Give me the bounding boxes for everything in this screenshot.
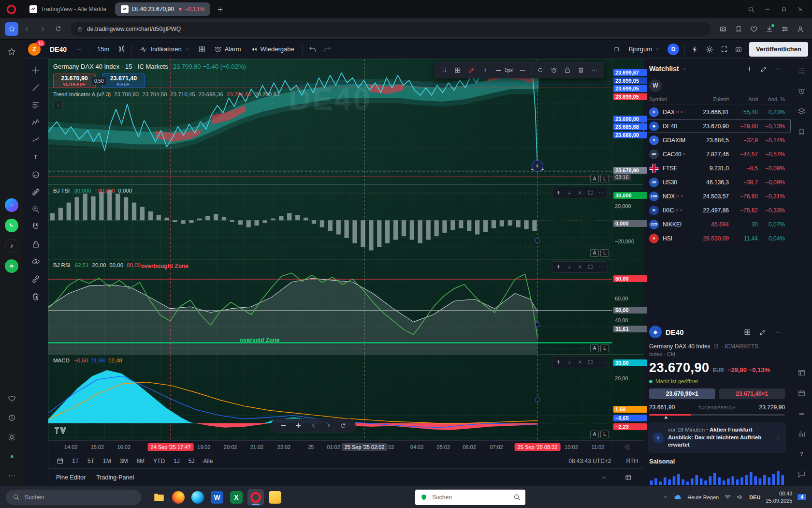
- drag-handle-icon[interactable]: [438, 64, 450, 76]
- ask-box[interactable]: 23.671,40×1: [719, 388, 785, 399]
- taskbar-excel-icon[interactable]: X: [228, 489, 245, 506]
- reset-chart-button[interactable]: [340, 422, 347, 429]
- range-button-5t[interactable]: 5T: [83, 456, 99, 466]
- detail-edit-icon[interactable]: [756, 325, 769, 339]
- log-scale-button[interactable]: L: [600, 431, 609, 438]
- new-tab-button[interactable]: [213, 2, 227, 16]
- auto-scale-button[interactable]: A: [590, 249, 599, 257]
- layout-name-button[interactable]: Bjorgum: [624, 42, 665, 57]
- watchlist-row-nikkei[interactable]: 225NIKKEI45.694300,07%: [643, 217, 791, 231]
- log-scale-button[interactable]: L: [600, 249, 609, 257]
- taskbar-explorer-icon[interactable]: [151, 489, 167, 506]
- rsi-pane[interactable]: BJ RSI 62,5120,0050,0080,00 overbought Z…: [48, 259, 612, 355]
- range-button-1j[interactable]: 1J: [169, 456, 184, 466]
- interval-button[interactable]: 15m: [93, 42, 114, 57]
- taskbar-search[interactable]: Suchen: [6, 490, 141, 505]
- panel-layout-icon[interactable]: [622, 471, 635, 484]
- alert-button[interactable]: Alarm: [210, 42, 246, 57]
- time-scale[interactable]: 14:0215:0216:0224 Sep '25 17:4719:0220:0…: [48, 441, 612, 453]
- aria-ai-icon[interactable]: a: [5, 450, 18, 463]
- watchlist-row-us30[interactable]: 30US3046.136,3−39,7−0,09%: [643, 175, 791, 189]
- indicator-name[interactable]: MACD: [53, 358, 70, 363]
- detail-symbol[interactable]: DE40: [666, 328, 684, 336]
- external-link-icon[interactable]: [713, 344, 719, 349]
- line-style-icon[interactable]: [516, 64, 529, 76]
- zoom-out-button[interactable]: [280, 422, 287, 429]
- window-close-button[interactable]: [794, 2, 807, 16]
- panel-stats-icon[interactable]: [795, 427, 809, 440]
- fullscreen-icon[interactable]: [717, 43, 731, 56]
- downloads-icon[interactable]: [763, 22, 776, 36]
- chart-area[interactable]: DE40 Germany DAX 40 Index · 15 · IC Mark…: [48, 59, 612, 440]
- circle-style-icon[interactable]: [534, 64, 547, 76]
- buy-button[interactable]: 23.671,40 KAUF: [102, 74, 145, 88]
- delete-drawing-icon[interactable]: [575, 64, 587, 76]
- indicator-name[interactable]: BJ RSI: [53, 262, 71, 268]
- symbol-search-button[interactable]: DE40: [45, 42, 71, 57]
- browser-tab-allmarkets[interactable]: TradingView - Alle Märkte: [24, 2, 112, 16]
- unlock-icon[interactable]: [561, 64, 574, 76]
- layout-select-icon[interactable]: [610, 43, 624, 56]
- history-icon[interactable]: [5, 411, 18, 424]
- volume-icon[interactable]: [737, 493, 744, 501]
- pinboard-icon[interactable]: [732, 22, 745, 36]
- zoom-in-button[interactable]: [295, 422, 302, 429]
- watchlist-group-avatar[interactable]: W: [649, 79, 662, 92]
- profile-icon[interactable]: [794, 22, 807, 36]
- notification-count-badge[interactable]: 4: [798, 494, 806, 500]
- sidebar-more-icon[interactable]: [5, 469, 18, 482]
- fib-retracement-tool[interactable]: [28, 97, 44, 113]
- watchlist-title[interactable]: Watchlist: [649, 65, 679, 73]
- watchlist-row-ndx[interactable]: 100NDXD•24.503,57−76,60−0,31%: [643, 189, 791, 203]
- sell-button[interactable]: 23.670,90 VERKAUF: [53, 74, 96, 88]
- maximize-pane-button[interactable]: [585, 188, 595, 197]
- taskbar-opera-icon[interactable]: [247, 489, 264, 506]
- drawing-color-icon[interactable]: [465, 64, 478, 76]
- easy-setup-icon[interactable]: [778, 22, 792, 36]
- session-rth[interactable]: RTH: [626, 458, 638, 464]
- watchlist-row-cac40[interactable]: 40CAC40•7.827,46−44,57−0,57%: [643, 147, 791, 161]
- drawing-handle[interactable]: [536, 323, 540, 327]
- magnet-tool[interactable]: [28, 219, 44, 235]
- pane-menu-button[interactable]: [596, 263, 606, 271]
- detail-fullname[interactable]: Germany DAX 40 Index: [649, 343, 710, 350]
- range-button-5j[interactable]: 5J: [184, 456, 199, 466]
- replay-button[interactable]: Wiedergabe: [246, 42, 299, 57]
- object-tree-tool[interactable]: [28, 271, 44, 287]
- close-pane-button[interactable]: [575, 358, 584, 367]
- bookmarks-icon[interactable]: [5, 45, 18, 58]
- watchlist-menu-button[interactable]: [771, 62, 785, 75]
- maximize-pane-button[interactable]: [585, 263, 595, 271]
- chart-type-icon[interactable]: [115, 43, 128, 56]
- detail-layout-icon[interactable]: [740, 325, 754, 339]
- more-options-icon[interactable]: [588, 64, 601, 76]
- column-change-pct[interactable]: Änd. %: [758, 96, 785, 102]
- text-tool[interactable]: T: [28, 149, 44, 165]
- multichart-layout-icon[interactable]: [195, 43, 209, 56]
- watchlist-row-dax[interactable]: XDAXD•23.666,8155,480,23%: [643, 105, 791, 119]
- chevron-down-icon[interactable]: [682, 66, 687, 72]
- range-button-alle[interactable]: Alle: [199, 456, 217, 466]
- add-symbol-button[interactable]: [742, 62, 756, 75]
- home-button[interactable]: [5, 22, 18, 36]
- taskbar-word-icon[interactable]: W: [209, 489, 225, 506]
- scroll-right-button[interactable]: [325, 422, 332, 429]
- measure-tool[interactable]: [28, 184, 44, 200]
- spotify-icon[interactable]: [5, 259, 18, 273]
- move-pane-up-button[interactable]: [553, 358, 563, 367]
- auto-scale-button[interactable]: A: [590, 175, 599, 182]
- panel-help-icon[interactable]: ?: [795, 447, 809, 461]
- log-scale-button[interactable]: L: [600, 344, 609, 352]
- publish-button[interactable]: Veröffentlichen: [749, 42, 808, 57]
- drawing-handle[interactable]: [536, 239, 540, 243]
- search-icon[interactable]: [513, 493, 521, 501]
- remove-drawings-tool[interactable]: [28, 288, 44, 304]
- watchlist-row-de40[interactable]: ◆DE4023.670,90−29,80−0,13%: [643, 119, 791, 133]
- add-alert-icon[interactable]: [548, 64, 560, 76]
- tray-expand-icon[interactable]: [662, 494, 668, 500]
- go-to-date-icon[interactable]: [53, 454, 67, 468]
- weather-text[interactable]: Heute Regen: [687, 494, 719, 500]
- close-pane-button[interactable]: [575, 263, 584, 271]
- main-price-pane[interactable]: DE40 Germany DAX 40 Index · 15 · IC Mark…: [48, 59, 612, 185]
- trend-indicator-label[interactable]: Trend Indicator A (v2.3): [53, 91, 111, 97]
